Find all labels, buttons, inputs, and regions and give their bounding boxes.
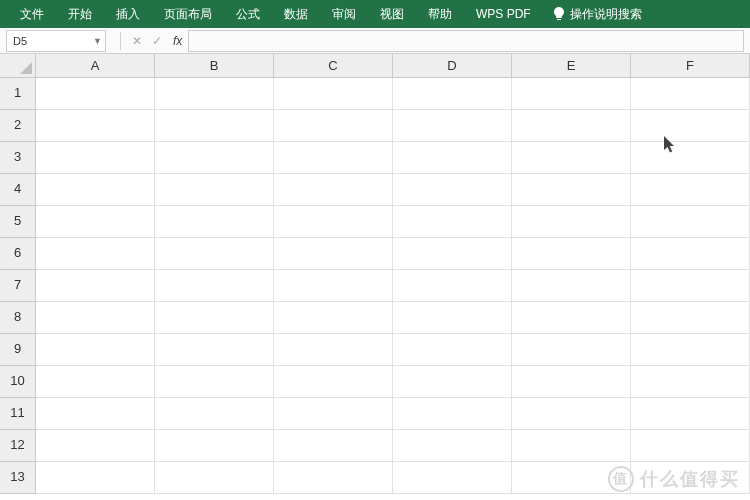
formula-input[interactable] bbox=[188, 30, 744, 52]
ribbon-tell-me[interactable]: 操作说明搜索 bbox=[553, 6, 642, 23]
cell[interactable] bbox=[155, 270, 274, 301]
cell[interactable] bbox=[155, 398, 274, 429]
enter-button[interactable]: ✓ bbox=[147, 31, 167, 51]
ribbon-tab-formulas[interactable]: 公式 bbox=[224, 0, 272, 28]
row-header[interactable]: 12 bbox=[0, 430, 35, 462]
cell[interactable] bbox=[393, 110, 512, 141]
ribbon-tab-pagelayout[interactable]: 页面布局 bbox=[152, 0, 224, 28]
cell[interactable] bbox=[36, 78, 155, 109]
row-header[interactable]: 13 bbox=[0, 462, 35, 494]
cell[interactable] bbox=[36, 366, 155, 397]
chevron-down-icon[interactable]: ▼ bbox=[93, 36, 102, 46]
column-header[interactable]: C bbox=[274, 54, 393, 77]
column-header[interactable]: D bbox=[393, 54, 512, 77]
insert-function-button[interactable]: fx bbox=[173, 34, 182, 48]
column-header[interactable]: F bbox=[631, 54, 750, 77]
cell[interactable] bbox=[274, 430, 393, 461]
cell[interactable] bbox=[631, 110, 750, 141]
column-header[interactable]: E bbox=[512, 54, 631, 77]
row-header[interactable]: 1 bbox=[0, 78, 35, 110]
cell[interactable] bbox=[36, 398, 155, 429]
cell[interactable] bbox=[393, 238, 512, 269]
cell[interactable] bbox=[631, 334, 750, 365]
cell[interactable] bbox=[393, 142, 512, 173]
row-header[interactable]: 4 bbox=[0, 174, 35, 206]
cell[interactable] bbox=[274, 110, 393, 141]
cell[interactable] bbox=[155, 302, 274, 333]
row-header[interactable]: 9 bbox=[0, 334, 35, 366]
cell[interactable] bbox=[36, 302, 155, 333]
row-header[interactable]: 8 bbox=[0, 302, 35, 334]
cell[interactable] bbox=[631, 430, 750, 461]
cell[interactable] bbox=[274, 270, 393, 301]
ribbon-tab-file[interactable]: 文件 bbox=[8, 0, 56, 28]
cell[interactable] bbox=[155, 430, 274, 461]
cell[interactable] bbox=[393, 78, 512, 109]
cell[interactable] bbox=[36, 238, 155, 269]
ribbon-tab-home[interactable]: 开始 bbox=[56, 0, 104, 28]
cell[interactable] bbox=[631, 78, 750, 109]
cell[interactable] bbox=[512, 302, 631, 333]
cell[interactable] bbox=[36, 174, 155, 205]
cell[interactable] bbox=[155, 174, 274, 205]
cell[interactable] bbox=[36, 270, 155, 301]
cell[interactable] bbox=[274, 238, 393, 269]
cell[interactable] bbox=[631, 302, 750, 333]
cells-area[interactable] bbox=[36, 78, 750, 500]
cell[interactable] bbox=[36, 206, 155, 237]
cell[interactable] bbox=[155, 206, 274, 237]
ribbon-tab-data[interactable]: 数据 bbox=[272, 0, 320, 28]
cell[interactable] bbox=[274, 462, 393, 493]
cell[interactable] bbox=[512, 430, 631, 461]
row-header[interactable]: 11 bbox=[0, 398, 35, 430]
cell[interactable] bbox=[274, 366, 393, 397]
cell[interactable] bbox=[155, 334, 274, 365]
column-header[interactable]: A bbox=[36, 54, 155, 77]
cell[interactable] bbox=[512, 366, 631, 397]
name-box[interactable]: D5 ▼ bbox=[6, 30, 106, 52]
cell[interactable] bbox=[274, 142, 393, 173]
ribbon-tab-view[interactable]: 视图 bbox=[368, 0, 416, 28]
cell[interactable] bbox=[393, 270, 512, 301]
cell[interactable] bbox=[512, 174, 631, 205]
row-header[interactable]: 7 bbox=[0, 270, 35, 302]
cell[interactable] bbox=[631, 238, 750, 269]
cell[interactable] bbox=[393, 462, 512, 493]
cell[interactable] bbox=[155, 78, 274, 109]
cell[interactable] bbox=[274, 334, 393, 365]
cell[interactable] bbox=[393, 206, 512, 237]
cell[interactable] bbox=[274, 78, 393, 109]
row-header[interactable]: 2 bbox=[0, 110, 35, 142]
cell[interactable] bbox=[512, 110, 631, 141]
ribbon-tab-review[interactable]: 审阅 bbox=[320, 0, 368, 28]
cell[interactable] bbox=[393, 398, 512, 429]
ribbon-tab-insert[interactable]: 插入 bbox=[104, 0, 152, 28]
cell[interactable] bbox=[155, 142, 274, 173]
cell[interactable] bbox=[512, 238, 631, 269]
cell[interactable] bbox=[512, 398, 631, 429]
cell[interactable] bbox=[274, 398, 393, 429]
select-all-corner[interactable] bbox=[0, 54, 36, 78]
cell[interactable] bbox=[155, 462, 274, 493]
cell[interactable] bbox=[512, 334, 631, 365]
cell[interactable] bbox=[36, 334, 155, 365]
cell[interactable] bbox=[36, 110, 155, 141]
cell[interactable] bbox=[512, 78, 631, 109]
cell[interactable] bbox=[512, 206, 631, 237]
cell[interactable] bbox=[512, 270, 631, 301]
cell[interactable] bbox=[36, 430, 155, 461]
ribbon-tab-wpspdf[interactable]: WPS PDF bbox=[464, 0, 543, 28]
cell[interactable] bbox=[631, 206, 750, 237]
row-header[interactable]: 3 bbox=[0, 142, 35, 174]
cell[interactable] bbox=[155, 366, 274, 397]
cell[interactable] bbox=[631, 142, 750, 173]
cell[interactable] bbox=[274, 206, 393, 237]
cell[interactable] bbox=[274, 302, 393, 333]
cell[interactable] bbox=[393, 174, 512, 205]
cell[interactable] bbox=[393, 334, 512, 365]
column-header[interactable]: B bbox=[155, 54, 274, 77]
cell[interactable] bbox=[512, 142, 631, 173]
cell[interactable] bbox=[36, 142, 155, 173]
ribbon-tab-help[interactable]: 帮助 bbox=[416, 0, 464, 28]
cell[interactable] bbox=[631, 174, 750, 205]
